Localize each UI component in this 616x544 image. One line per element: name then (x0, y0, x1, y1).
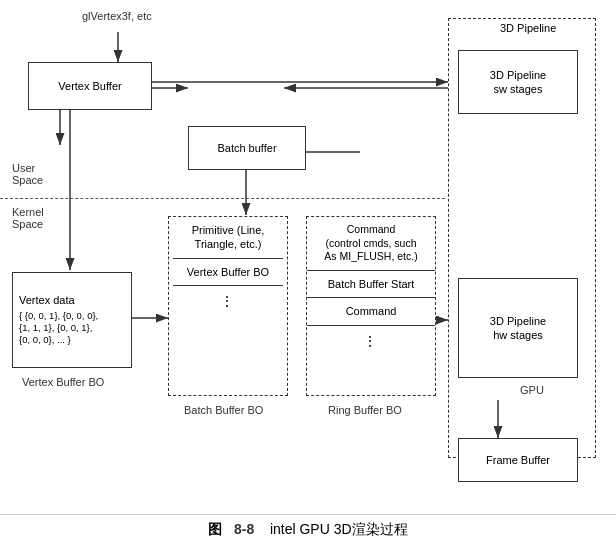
gpu-label: GPU (520, 384, 544, 396)
pipeline-hw-stages-box: 3D Pipelinehw stages (458, 278, 578, 378)
vertex-data-box: Vertex data { {0, 0, 1}, {0, 0, 0},{1, 1… (12, 272, 132, 368)
dots-1: ⋮ (220, 292, 236, 310)
vertex-data-title: Vertex data (19, 293, 75, 307)
figure-caption: 图 8-8 intel GPU 3D渲染过程 (0, 514, 616, 543)
caption-text: intel GPU 3D渲染过程 (270, 521, 408, 537)
caption-number: 8-8 (234, 521, 254, 537)
vertex-buffer-bo-inner: Vertex Buffer BO (173, 265, 283, 286)
command-control-label: Command(control cmds, suchAs MI_FLUSH, e… (307, 217, 435, 271)
batch-buffer-box: Batch buffer (188, 126, 306, 170)
frame-buffer-box: Frame Buffer (458, 438, 578, 482)
pipeline-sw-stages-box: 3D Pipelinesw stages (458, 50, 578, 114)
gl-vertex-label: glVertex3f, etc (82, 10, 152, 22)
space-divider (0, 198, 445, 199)
vertex-buffer-bo-label-outer: Vertex Buffer BO (22, 376, 104, 388)
vertex-data-content: { {0, 0, 1}, {0, 0, 0},{1, 1, 1}, {0, 0,… (19, 310, 98, 347)
vertex-buffer-box: Vertex Buffer (28, 62, 152, 110)
batch-buffer-bo-label: Batch Buffer BO (184, 404, 263, 416)
caption-prefix: 图 (208, 521, 222, 537)
kernel-space-label: KernelSpace (12, 206, 44, 230)
dots-2: ⋮ (363, 326, 379, 350)
pipeline-outer-label: 3D Pipeline (500, 22, 556, 34)
ring-buffer-bo-label: Ring Buffer BO (328, 404, 402, 416)
ring-buffer-bo-box: Command(control cmds, suchAs MI_FLUSH, e… (306, 216, 436, 396)
command-label: Command (307, 298, 435, 325)
user-space-label: UserSpace (12, 162, 43, 186)
batch-buffer-start-label: Batch Buffer Start (307, 271, 435, 298)
batch-buffer-bo-box: Primitive (Line, Triangle, etc.) Vertex … (168, 216, 288, 396)
primitive-label: Primitive (Line, Triangle, etc.) (173, 223, 283, 259)
